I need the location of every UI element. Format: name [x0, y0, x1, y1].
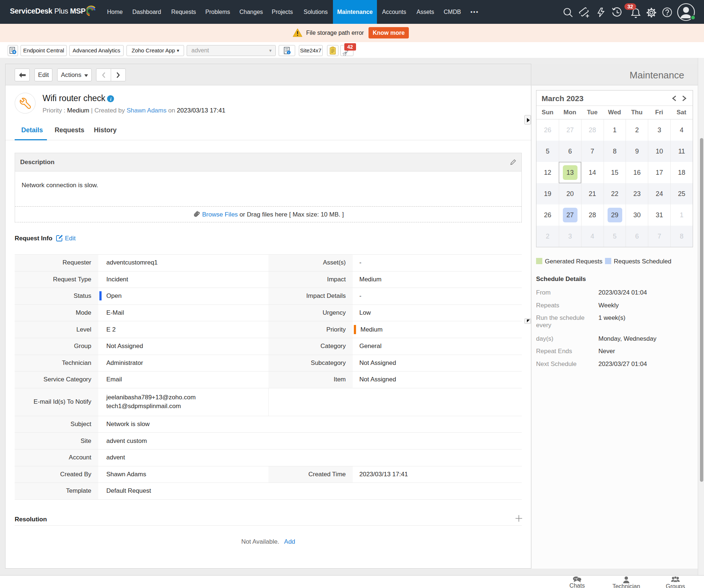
- svg-text:i: i: [110, 96, 111, 102]
